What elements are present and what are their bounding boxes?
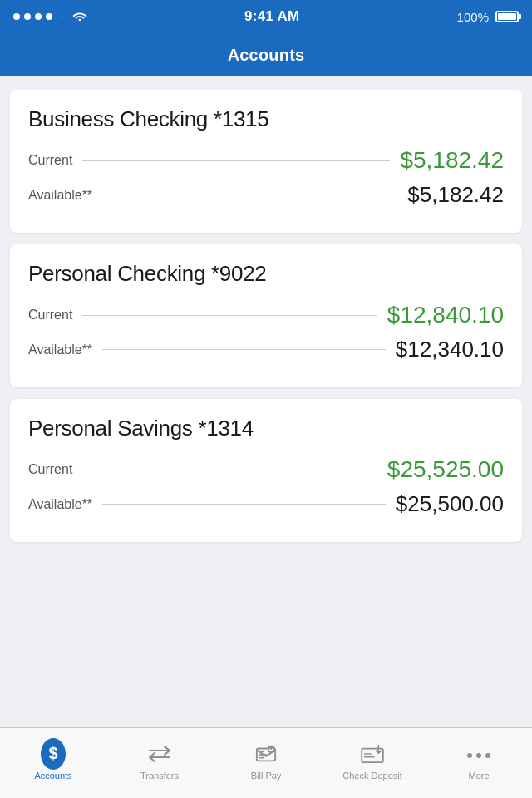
- billpay-icon: [254, 741, 278, 766]
- available-label: Available**: [28, 497, 92, 512]
- tab-accounts-label: Accounts: [34, 771, 71, 781]
- tab-checkdeposit-label: Check Deposit: [342, 771, 402, 781]
- battery-percent: 100%: [457, 10, 489, 24]
- account-name: Business Checking *1315: [28, 106, 504, 132]
- current-balance-row: Current $12,840.10: [28, 302, 504, 328]
- available-amount: $25,500.00: [396, 491, 504, 517]
- tab-billpay[interactable]: Bill Pay: [213, 728, 319, 798]
- available-label: Available**: [28, 188, 92, 203]
- more-icon: [466, 741, 491, 766]
- tab-checkdeposit[interactable]: Check Deposit: [319, 728, 426, 798]
- current-label: Current: [28, 153, 72, 168]
- balance-divider: [102, 195, 397, 195]
- available-amount: $12,340.10: [396, 337, 504, 362]
- tab-accounts[interactable]: $ Accounts: [0, 728, 106, 798]
- current-label: Current: [28, 308, 72, 323]
- tab-more[interactable]: More: [426, 728, 532, 798]
- balance-divider: [82, 160, 390, 161]
- current-label: Current: [28, 462, 72, 477]
- svg-point-1: [268, 745, 275, 752]
- accounts-icon: $: [41, 741, 66, 766]
- status-bar: ﹣ 9:41 AM 100%: [0, 0, 532, 33]
- current-amount: $5,182.42: [400, 147, 504, 174]
- account-name: Personal Checking *9022: [28, 261, 504, 287]
- battery-icon: [495, 11, 519, 22]
- tab-transfers-label: Transfers: [140, 771, 179, 781]
- balance-divider: [102, 504, 386, 505]
- account-card-business-checking[interactable]: Business Checking *1315 Current $5,182.4…: [10, 90, 522, 233]
- balance-divider: [82, 315, 377, 316]
- account-card-personal-savings[interactable]: Personal Savings *1314 Current $25,525.0…: [10, 399, 522, 542]
- available-balance-row: Available** $12,340.10: [28, 337, 504, 362]
- more-dots-icon: [467, 753, 490, 758]
- balance-divider: [82, 470, 377, 470]
- current-balance-row: Current $5,182.42: [28, 147, 504, 174]
- current-amount: $25,525.00: [387, 456, 504, 483]
- checkdeposit-icon: [360, 741, 385, 766]
- tab-billpay-label: Bill Pay: [251, 771, 282, 781]
- accounts-list: Business Checking *1315 Current $5,182.4…: [0, 76, 532, 727]
- status-left: ﹣: [13, 9, 87, 25]
- tab-more-label: More: [468, 771, 489, 781]
- account-card-personal-checking[interactable]: Personal Checking *9022 Current $12,840.…: [10, 244, 522, 387]
- status-time: 9:41 AM: [244, 8, 300, 25]
- signal-dots: [13, 13, 52, 20]
- tab-transfers[interactable]: Transfers: [106, 728, 213, 798]
- svg-rect-2: [362, 748, 383, 762]
- status-right: 100%: [457, 10, 519, 24]
- transfers-icon: [147, 741, 172, 766]
- available-amount: $5,182.42: [407, 182, 504, 208]
- balance-divider: [102, 349, 386, 350]
- available-balance-row: Available** $25,500.00: [28, 491, 504, 517]
- available-balance-row: Available** $5,182.42: [28, 182, 504, 208]
- account-name: Personal Savings *1314: [28, 416, 504, 441]
- page-title: Accounts: [228, 46, 305, 65]
- available-label: Available**: [28, 342, 92, 357]
- wifi-icon: ﹣: [57, 9, 87, 25]
- dollar-circle-icon: $: [41, 738, 66, 770]
- current-balance-row: Current $25,525.00: [28, 456, 504, 483]
- tab-bar: $ Accounts Transfers Bill Pay: [0, 727, 532, 798]
- current-amount: $12,840.10: [387, 302, 504, 328]
- nav-header: Accounts: [0, 33, 532, 76]
